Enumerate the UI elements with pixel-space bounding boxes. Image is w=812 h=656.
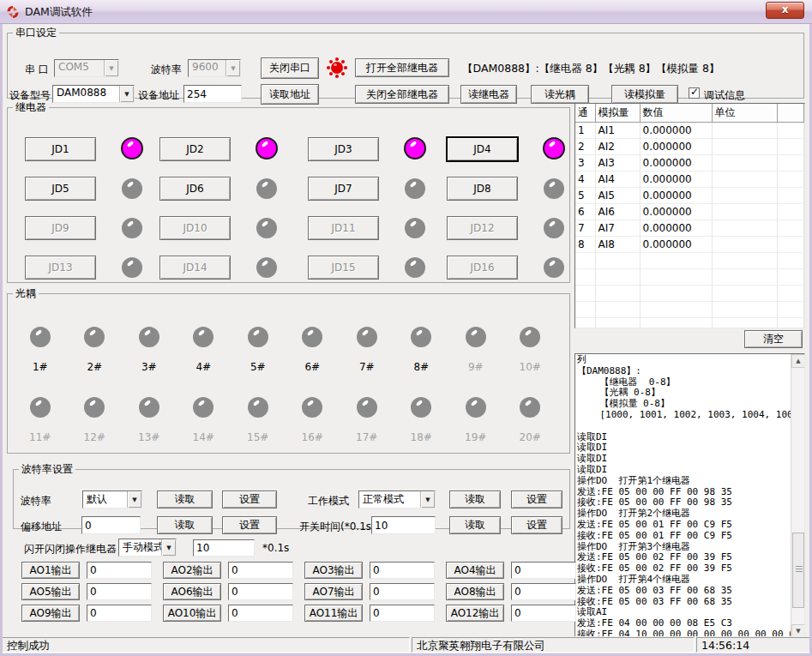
ao10-output-button[interactable]: AO10输出 <box>163 605 221 622</box>
ao10-value-input[interactable] <box>228 605 293 622</box>
debug-info-checkbox[interactable] <box>689 87 700 99</box>
relay-led-jd7 <box>405 178 425 199</box>
ao9-output-button[interactable]: AO9输出 <box>21 605 80 622</box>
relay-button-jd6[interactable]: JD6 <box>159 177 231 201</box>
opto-led-18 <box>411 397 431 418</box>
relay-button-jd12[interactable]: JD12 <box>447 216 518 240</box>
ao8-output-button[interactable]: AO8输出 <box>446 583 504 600</box>
relay-button-jd14[interactable]: JD14 <box>159 256 231 280</box>
opto-group-title: 光耦 <box>13 286 39 301</box>
offset-read-button[interactable]: 读取 <box>157 516 213 534</box>
ao8-value-input[interactable] <box>511 583 576 600</box>
table-row: 4AI40.000000 <box>575 172 804 188</box>
clear-log-button[interactable]: 清空 <box>744 330 803 348</box>
relay-button-jd10[interactable]: JD10 <box>159 216 231 240</box>
open-all-relays-button[interactable]: 打开全部继电器 <box>355 58 449 77</box>
relay-led-jd6 <box>256 178 277 199</box>
flash-time-input[interactable] <box>193 539 255 557</box>
ao1-value-input[interactable] <box>87 562 152 579</box>
comm-log[interactable]: 列 【DAM0888】: 【继电器 0-8】 【光耦 0-8】 【模拟量 0-8… <box>574 353 805 639</box>
opto-indicator-8: 8# <box>411 327 431 373</box>
relay-button-jd16[interactable]: JD16 <box>447 256 518 280</box>
baud-rate-combo[interactable]: 默认 ▼ <box>82 490 142 509</box>
baud-combo[interactable]: 9600 ▼ <box>188 59 241 77</box>
offset-set-button[interactable]: 设置 <box>222 516 277 534</box>
relay-button-jd3[interactable]: JD3 <box>308 137 379 161</box>
col-header-unit[interactable]: 单位 <box>712 104 777 123</box>
baud-read-button[interactable]: 读取 <box>157 490 213 509</box>
work-mode-set-button[interactable]: 设置 <box>511 490 562 509</box>
flash-mode-combo[interactable]: 手动模式 ▼ <box>118 539 177 557</box>
ao2-output-button[interactable]: AO2输出 <box>163 562 221 579</box>
port-combo[interactable]: COM5 ▼ <box>54 59 119 77</box>
close-port-button[interactable]: 关闭串口 <box>261 57 319 79</box>
read-analog-button[interactable]: 读模拟量 <box>611 85 678 104</box>
relay-group: 继电器 JD1 JD2 JD3 JD4 JD5 JD6 JD7 JD8 JD9 … <box>7 100 570 283</box>
ao12-value-input[interactable] <box>511 605 576 622</box>
relay-button-jd5[interactable]: JD5 <box>25 177 96 201</box>
relay-button-jd13[interactable]: JD13 <box>25 256 96 280</box>
baud-set-button[interactable]: 设置 <box>222 490 277 509</box>
relay-button-jd7[interactable]: JD7 <box>308 177 379 201</box>
ao7-output-button[interactable]: AO7输出 <box>304 583 363 600</box>
table-row-empty <box>575 302 804 318</box>
chevron-down-icon: ▼ <box>127 491 141 508</box>
scrollbar-thumb[interactable] <box>792 533 804 608</box>
work-mode-read-button[interactable]: 读取 <box>449 490 501 509</box>
table-row: 6AI60.000000 <box>575 204 804 220</box>
col-header-value[interactable]: 数值 <box>640 104 712 123</box>
app-window: DAM调试软件 x 串口设定 串 口 COM5 ▼ 波特率 9600 ▼ 关闭串… <box>0 0 812 656</box>
relay-button-jd4[interactable]: JD4 <box>447 137 518 161</box>
relay-button-jd9[interactable]: JD9 <box>25 216 96 240</box>
ao4-value-input[interactable] <box>511 562 576 579</box>
ao6-value-input[interactable] <box>228 583 293 600</box>
ao4-output-button[interactable]: AO4输出 <box>446 562 504 579</box>
ao3-value-input[interactable] <box>370 562 435 579</box>
work-mode-combo[interactable]: 正常模式 ▼ <box>358 490 436 509</box>
ao7-value-input[interactable] <box>370 583 435 600</box>
table-row: 2AI20.000000 <box>575 139 804 155</box>
relay-group-title: 继电器 <box>13 100 49 115</box>
relay-button-jd8[interactable]: JD8 <box>447 177 518 201</box>
ao11-output-button[interactable]: AO11输出 <box>304 605 363 622</box>
opto-led-20 <box>520 397 540 418</box>
opto-indicator-4: 4# <box>193 327 214 373</box>
opto-led-10 <box>520 327 540 347</box>
chevron-down-icon: ▼ <box>420 491 435 508</box>
table-row: 5AI50.000000 <box>575 188 804 204</box>
scroll-up-icon[interactable]: ▲ <box>791 354 805 368</box>
ao11-value-input[interactable] <box>370 605 435 622</box>
col-header-channel[interactable]: 通 <box>575 104 595 123</box>
opto-indicator-14: 14# <box>193 397 214 443</box>
col-header-analog[interactable]: 模拟量 <box>595 104 640 123</box>
relay-led-jd15 <box>405 257 425 278</box>
relay-button-jd15[interactable]: JD15 <box>308 256 379 280</box>
ao12-output-button[interactable]: AO12输出 <box>446 605 504 622</box>
relay-button-jd2[interactable]: JD2 <box>159 137 231 161</box>
ao1-output-button[interactable]: AO1输出 <box>21 562 80 579</box>
ao5-output-button[interactable]: AO5输出 <box>21 583 80 600</box>
chevron-down-icon: ▼ <box>104 60 118 76</box>
ao9-value-input[interactable] <box>87 605 152 622</box>
relay-button-jd1[interactable]: JD1 <box>25 137 96 161</box>
ao6-output-button[interactable]: AO6输出 <box>163 583 221 600</box>
switch-time-input[interactable] <box>371 516 436 534</box>
ao2-value-input[interactable] <box>228 562 293 579</box>
ao3-output-button[interactable]: AO3输出 <box>304 562 363 579</box>
titlebar[interactable]: DAM调试软件 x <box>0 0 812 24</box>
relay-led-jd4 <box>543 137 565 159</box>
close-button[interactable]: x <box>766 2 804 19</box>
switch-time-set-button[interactable]: 设置 <box>511 516 562 534</box>
relay-button-jd11[interactable]: JD11 <box>308 216 379 240</box>
opto-led-9 <box>466 327 486 347</box>
log-scrollbar[interactable]: ▲ ▼ <box>791 354 804 638</box>
window-border-left <box>0 24 3 656</box>
app-icon <box>6 5 20 19</box>
serial-group-title: 串口设定 <box>13 26 59 40</box>
device-info-text: 【DAM0888】:【继电器 8】【光耦 8】【模拟量 8】 <box>462 62 720 76</box>
relay-led-jd3 <box>404 137 426 159</box>
switch-time-read-button[interactable]: 读取 <box>449 516 501 534</box>
ao5-value-input[interactable] <box>87 583 152 600</box>
serial-settings-group: 串口设定 串 口 COM5 ▼ 波特率 9600 ▼ 关闭串口 打开全部继电器 … <box>7 26 804 99</box>
offset-address-input[interactable] <box>81 516 141 534</box>
